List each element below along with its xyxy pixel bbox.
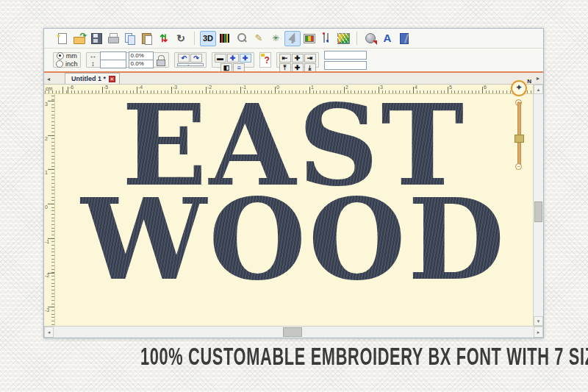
unit-mm-label: mm bbox=[66, 52, 77, 60]
embroidery-design[interactable]: EAST WOOD bbox=[55, 99, 533, 287]
compass-north-label: N bbox=[527, 78, 531, 85]
compass-rose-icon: ✦ bbox=[511, 80, 527, 96]
toolbar-group-library: A bbox=[362, 31, 412, 46]
open-icon bbox=[73, 32, 86, 45]
properties-toolbar: mm inch ↔ 0.0% ↕ 0.0% bbox=[44, 49, 543, 71]
print-icon bbox=[107, 32, 120, 45]
download-globe-button[interactable] bbox=[362, 31, 379, 46]
rotation-input[interactable]: 0.0° bbox=[177, 63, 204, 66]
height-percent-input[interactable]: 0.0% bbox=[129, 60, 154, 68]
copy-icon bbox=[123, 32, 137, 45]
v-ruler-label: -3 bbox=[45, 307, 49, 313]
h-ruler-label: -5 bbox=[104, 85, 108, 90]
tab-title: Untitled 1 * bbox=[71, 75, 106, 82]
embroidery-app-window: ⇅↻ 3D✎✳ A mm inch ↔ bbox=[43, 28, 544, 338]
scroll-left-button[interactable]: ◄ bbox=[44, 327, 54, 338]
height-input[interactable] bbox=[100, 60, 126, 68]
horizontal-scroll-thumb[interactable] bbox=[283, 327, 302, 337]
v-ruler-label: -1 bbox=[45, 239, 49, 244]
print-button[interactable] bbox=[105, 31, 121, 46]
rotate-cluster: ↶ ↷ 0.0° bbox=[174, 52, 207, 68]
main-toolbar: ⇅↻ 3D✎✳ A bbox=[44, 29, 543, 49]
tab-scroll-right-button[interactable]: ▸ bbox=[534, 74, 542, 83]
h-ruler-label: 0 bbox=[276, 85, 279, 90]
tab-close-button[interactable]: ✕ bbox=[109, 76, 115, 82]
vertical-scroll-thumb[interactable] bbox=[534, 202, 542, 222]
zoom-button[interactable] bbox=[234, 31, 250, 46]
new-button[interactable] bbox=[54, 31, 71, 46]
h-ruler-label: 5 bbox=[449, 85, 452, 90]
width-arrow-icon: ↔ bbox=[89, 52, 98, 60]
h-ruler-label: -1 bbox=[242, 85, 246, 90]
open-button[interactable] bbox=[71, 31, 87, 46]
design-canvas[interactable]: EAST WOOD bbox=[55, 94, 533, 326]
pointer-button[interactable] bbox=[284, 31, 301, 46]
scroll-up-button[interactable]: ▲ bbox=[534, 85, 543, 94]
height-arrow-icon: ↕ bbox=[89, 60, 98, 68]
scroll-right-button[interactable]: ► bbox=[534, 327, 543, 338]
v-ruler-label: -2 bbox=[45, 273, 49, 278]
document-tab[interactable]: Untitled 1 * ✕ bbox=[65, 73, 120, 84]
position-input-2[interactable] bbox=[324, 61, 367, 70]
rotate-order-icon: ↻ bbox=[174, 32, 187, 45]
thread-colors-button[interactable] bbox=[318, 31, 334, 46]
measure-pencil-button[interactable]: ✎ bbox=[251, 31, 267, 46]
zoom-slider-handle[interactable] bbox=[514, 135, 524, 143]
unit-inch-radio[interactable]: inch bbox=[56, 60, 78, 68]
stitch-order-button[interactable]: ⇅ bbox=[156, 31, 172, 46]
position-input-1[interactable] bbox=[324, 51, 367, 60]
rotate-order-button[interactable]: ↻ bbox=[173, 31, 189, 46]
h-ruler-label: -6 bbox=[69, 85, 74, 90]
caption-text: 100% CUSTOMABLE EMBROIDERY BX FONT WITH … bbox=[140, 343, 588, 371]
align-right-button[interactable]: ⇥ bbox=[304, 54, 316, 63]
aspect-lock-button[interactable] bbox=[156, 54, 166, 66]
3d-view-icon: 3D bbox=[201, 32, 215, 45]
vertical-ruler: 3210-1-2-3 bbox=[44, 94, 55, 326]
3d-view-button[interactable]: 3D bbox=[200, 31, 216, 46]
horizontal-scrollbar[interactable]: ◄ ► bbox=[44, 326, 543, 338]
unit-mm-radio[interactable]: mm bbox=[57, 52, 77, 60]
design-fan-button[interactable] bbox=[335, 31, 351, 46]
vertical-scrollbar[interactable]: ▲ ▼ bbox=[533, 85, 543, 326]
radio-dot-icon bbox=[57, 52, 64, 60]
flip-align-cluster: ▬ ✚ ✚ ◧ ≡ bbox=[212, 52, 254, 68]
bars-button[interactable] bbox=[217, 31, 233, 46]
design-text-line-2: WOOD bbox=[55, 193, 533, 287]
ruler-ticks bbox=[48, 94, 54, 326]
lettering-a-button[interactable]: A bbox=[379, 31, 395, 46]
stitch-order-icon: ⇅ bbox=[157, 32, 171, 45]
flip-horizontal-button[interactable]: ▬ bbox=[215, 54, 226, 63]
center-design-button[interactable]: ✚ bbox=[227, 54, 239, 63]
zoom-out-button[interactable]: − bbox=[515, 163, 522, 170]
toolbar-group-file: ⇅↻ bbox=[54, 31, 189, 46]
v-ruler-label: 0 bbox=[45, 204, 48, 210]
copy-button[interactable] bbox=[122, 31, 138, 46]
zoom-slider[interactable]: + − bbox=[515, 99, 522, 170]
pointer-icon bbox=[286, 32, 299, 45]
h-ruler-label: 4 bbox=[415, 85, 417, 90]
rotate-ccw-button[interactable]: ↶ bbox=[178, 54, 190, 63]
scroll-down-button[interactable]: ▼ bbox=[534, 316, 543, 326]
align-left-button[interactable]: ⇤ bbox=[279, 54, 291, 63]
rotate-cw-button[interactable]: ↷ bbox=[190, 54, 202, 63]
save-button[interactable] bbox=[88, 31, 104, 46]
align-center-h-button[interactable]: ✚ bbox=[292, 54, 304, 63]
h-ruler-label: 2 bbox=[345, 85, 348, 90]
workspace: cm -6-5-4-3-2-10123456 3210-1-2-3 EAST W… bbox=[44, 85, 543, 338]
document-tab-bar: ◂ Untitled 1 * ✕ ▸ bbox=[44, 73, 543, 85]
tab-scroll-left-button[interactable]: ◂ bbox=[44, 74, 53, 84]
stitch-points-button[interactable]: ✳ bbox=[268, 31, 284, 46]
paste-button[interactable] bbox=[139, 31, 155, 46]
help-button[interactable]: ? bbox=[259, 52, 271, 68]
vertical-scroll-track[interactable] bbox=[534, 94, 543, 316]
horizontal-scroll-track[interactable] bbox=[54, 327, 534, 338]
design-notes-button[interactable] bbox=[396, 31, 412, 46]
ruler-ticks bbox=[44, 87, 533, 93]
palette-icon bbox=[303, 32, 316, 45]
palette-button[interactable] bbox=[301, 31, 318, 46]
move-center-button[interactable]: ✚ bbox=[240, 54, 251, 63]
stitch-points-icon: ✳ bbox=[269, 32, 282, 45]
horizontal-ruler: cm -6-5-4-3-2-10123456 bbox=[44, 85, 533, 94]
v-ruler-label: 2 bbox=[45, 136, 48, 141]
toolbar-group-view: 3D✎✳ bbox=[200, 31, 351, 46]
